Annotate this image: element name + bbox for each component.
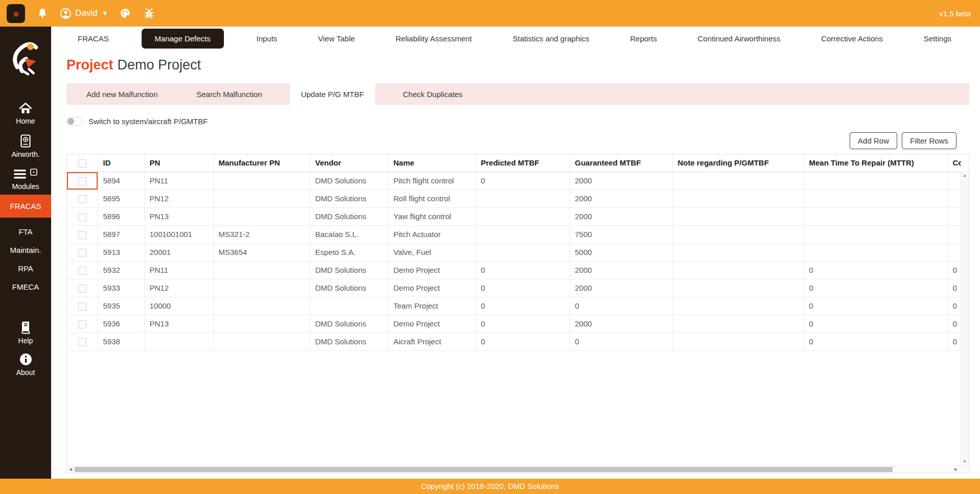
nav-tab-inputs[interactable]: Inputs: [248, 29, 285, 48]
cell-co[interactable]: [947, 190, 961, 207]
nav-tab-view-table[interactable]: View Table: [310, 29, 363, 48]
cell-vendor[interactable]: DMD Solutions: [310, 315, 388, 333]
cell-name[interactable]: Pitch flight control: [388, 172, 475, 190]
row-checkbox[interactable]: [78, 302, 86, 311]
cell-co[interactable]: [947, 172, 961, 190]
cell-name[interactable]: Demo Project: [388, 261, 475, 279]
cell-co[interactable]: [947, 243, 961, 261]
row-checkbox[interactable]: [78, 285, 86, 293]
row-checkbox[interactable]: [78, 320, 86, 328]
theme-palette-icon[interactable]: [119, 7, 131, 19]
tab-search-malfunction[interactable]: Search Malfunction: [185, 83, 273, 105]
tab-check-duplicates[interactable]: Check Duplicates: [392, 83, 474, 105]
horizontal-scrollbar[interactable]: ◀ ▶: [67, 465, 969, 473]
cell-checkbox[interactable]: [67, 225, 98, 243]
nav-tab-settings[interactable]: Settings: [916, 29, 960, 48]
cell-name[interactable]: Valve, Fuel: [388, 243, 475, 261]
cell-vendor[interactable]: DMD Solutions: [310, 190, 388, 207]
cell-guaranteed-mtbf[interactable]: 7500: [569, 225, 672, 243]
nav-tab-continued-airworthiness[interactable]: Continued Airworthiness: [690, 29, 789, 48]
cell-manufacturer-pn[interactable]: [213, 297, 310, 315]
cell-note-regarding-p-gmtbf[interactable]: [672, 172, 804, 190]
row-checkbox[interactable]: [78, 267, 86, 275]
cell-checkbox[interactable]: [67, 190, 98, 207]
cell-manufacturer-pn[interactable]: [213, 279, 310, 297]
cell-mean-time-to-repair-mttr[interactable]: 0: [804, 261, 947, 279]
cell-checkbox[interactable]: [67, 297, 98, 315]
row-checkbox[interactable]: [78, 177, 86, 185]
select-all-checkbox[interactable]: [78, 159, 86, 168]
cell-manufacturer-pn[interactable]: MS3654: [213, 243, 310, 261]
cell-vendor[interactable]: DMD Solutions: [310, 333, 388, 350]
cell-note-regarding-p-gmtbf[interactable]: [672, 333, 804, 350]
cell-checkbox[interactable]: [67, 279, 98, 297]
cell-checkbox[interactable]: [67, 207, 98, 225]
cell-mean-time-to-repair-mttr[interactable]: [804, 172, 947, 190]
cell-pn[interactable]: PN11: [144, 172, 213, 190]
cell-note-regarding-p-gmtbf[interactable]: [672, 279, 804, 297]
cell-co[interactable]: 0: [947, 279, 961, 297]
cell-note-regarding-p-gmtbf[interactable]: [672, 315, 804, 333]
cell-mean-time-to-repair-mttr[interactable]: [804, 225, 947, 243]
row-checkbox[interactable]: [78, 249, 86, 257]
scroll-up-icon[interactable]: ▲: [961, 172, 969, 179]
cell-name[interactable]: Roll flight control: [388, 190, 475, 207]
cell-predicted-mtbf[interactable]: [475, 207, 569, 225]
row-checkbox[interactable]: [78, 213, 86, 221]
cell-pn[interactable]: PN13: [144, 315, 213, 333]
cell-checkbox[interactable]: [67, 243, 98, 261]
sidebar-item-rpa[interactable]: RPA: [18, 264, 33, 273]
user-menu[interactable]: David ▼: [60, 8, 108, 19]
cell-note-regarding-p-gmtbf[interactable]: [672, 190, 804, 207]
cell-co[interactable]: [947, 225, 961, 243]
cell-name[interactable]: Aicraft Project: [388, 333, 475, 350]
cell-predicted-mtbf[interactable]: 0: [475, 333, 569, 350]
row-checkbox[interactable]: [78, 195, 86, 203]
cell-predicted-mtbf[interactable]: 0: [475, 261, 569, 279]
cell-name[interactable]: Demo Project: [388, 279, 475, 297]
cell-id[interactable]: 5894: [98, 172, 144, 190]
cell-id[interactable]: 5897: [98, 225, 144, 243]
cell-predicted-mtbf[interactable]: 0: [475, 172, 569, 190]
cell-name[interactable]: Demo Project: [388, 315, 475, 333]
cell-name[interactable]: Yaw flight control: [388, 207, 475, 225]
cell-guaranteed-mtbf[interactable]: 2000: [569, 172, 672, 190]
tab-add-new-malfunction[interactable]: Add new Malfunction: [75, 83, 169, 105]
sidebar-item-fracas[interactable]: FRACAS: [0, 195, 51, 218]
cell-predicted-mtbf[interactable]: [475, 243, 569, 261]
cell-manufacturer-pn[interactable]: [213, 190, 310, 207]
vertical-scrollbar[interactable]: ▲ ▼: [960, 172, 969, 465]
cell-mean-time-to-repair-mttr[interactable]: 0: [804, 297, 947, 315]
cell-checkbox[interactable]: [67, 172, 98, 190]
cell-pn[interactable]: 10000: [144, 297, 213, 315]
cell-manufacturer-pn[interactable]: [213, 261, 310, 279]
cell-manufacturer-pn[interactable]: [213, 172, 310, 190]
cell-co[interactable]: 0: [947, 297, 961, 315]
cell-co[interactable]: 0: [947, 333, 961, 350]
cell-id[interactable]: 5932: [98, 261, 144, 279]
cell-predicted-mtbf[interactable]: [475, 225, 569, 243]
cell-id[interactable]: 5933: [98, 279, 144, 297]
cell-guaranteed-mtbf[interactable]: 0: [569, 297, 672, 315]
nav-tab-manage-defects[interactable]: Manage Defects: [142, 29, 224, 49]
cell-mean-time-to-repair-mttr[interactable]: 0: [804, 333, 947, 350]
filter-rows-button[interactable]: Filter Rows: [902, 132, 956, 149]
row-checkbox[interactable]: [78, 231, 86, 239]
cell-note-regarding-p-gmtbf[interactable]: [672, 243, 804, 261]
notifications-bell-icon[interactable]: [36, 7, 49, 19]
cell-note-regarding-p-gmtbf[interactable]: [672, 207, 804, 225]
cell-note-regarding-p-gmtbf[interactable]: [672, 297, 804, 315]
cell-co[interactable]: 0: [947, 315, 961, 333]
cell-manufacturer-pn[interactable]: [213, 333, 310, 350]
cell-vendor[interactable]: Espeto S.A.: [310, 243, 388, 261]
cell-vendor[interactable]: [310, 297, 388, 315]
scroll-left-icon[interactable]: ◀: [67, 466, 74, 473]
cell-checkbox[interactable]: [67, 315, 98, 333]
cell-mean-time-to-repair-mttr[interactable]: 0: [804, 315, 947, 333]
cell-pn[interactable]: 20001: [144, 243, 213, 261]
nav-tab-reports[interactable]: Reports: [622, 29, 665, 48]
nav-tab-corrective-actions[interactable]: Corrective Actions: [813, 29, 891, 48]
nav-tab-statistics-and-graphics[interactable]: Statistics and graphics: [505, 29, 598, 48]
cell-checkbox[interactable]: [67, 261, 98, 279]
cell-guaranteed-mtbf[interactable]: 2000: [569, 315, 672, 333]
